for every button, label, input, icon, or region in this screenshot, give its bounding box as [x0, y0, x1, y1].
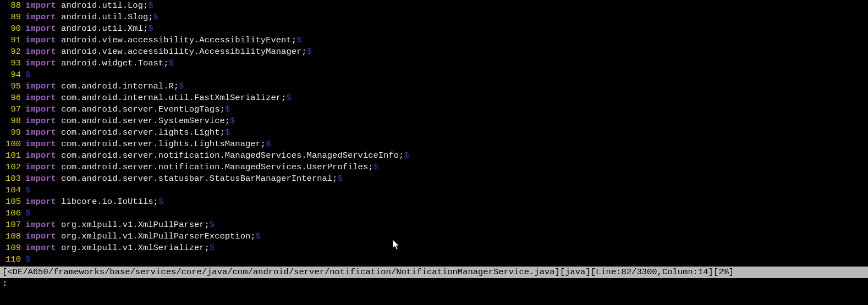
- eol-marker: $: [266, 139, 271, 149]
- code-line[interactable]: 99import com.android.server.lights.Light…: [0, 127, 868, 138]
- command-line[interactable]: :: [0, 278, 868, 290]
- code-content: import android.util.Log;$: [25, 0, 153, 12]
- code-content: import android.util.Slog;$: [25, 12, 158, 23]
- eol-marker: $: [404, 151, 409, 160]
- code-content: import com.android.server.notification.M…: [25, 162, 378, 173]
- line-number: 103: [0, 173, 25, 185]
- line-number: 92: [0, 46, 25, 58]
- code-content: import android.view.accessibility.Access…: [25, 46, 312, 58]
- keyword: import: [25, 162, 56, 172]
- line-number: 107: [0, 219, 25, 231]
- line-number: 94: [0, 69, 25, 81]
- identifier: com.android.internal.util.FastXmlSeriali…: [56, 93, 287, 103]
- line-number: 104: [0, 185, 25, 196]
- identifier: libcore.io.IoUtils;: [56, 197, 158, 207]
- line-number: 102: [0, 162, 25, 173]
- code-line[interactable]: 100import com.android.server.lights.Ligh…: [0, 138, 868, 150]
- code-line[interactable]: 96import com.android.internal.util.FastX…: [0, 92, 868, 104]
- eol-marker: $: [148, 24, 153, 34]
- code-line[interactable]: 89import android.util.Slog;$: [0, 12, 868, 23]
- identifier: android.view.accessibility.Accessibility…: [56, 35, 296, 45]
- eol-marker: $: [210, 220, 215, 230]
- code-content: import org.xmlpull.v1.XmlSerializer;$: [25, 242, 215, 254]
- code-content: import org.xmlpull.v1.XmlPullParserExcep…: [25, 231, 261, 242]
- eol-marker: $: [148, 1, 153, 10]
- eol-marker: $: [25, 70, 30, 80]
- code-line[interactable]: 90import android.util.Xml;$: [0, 23, 868, 35]
- eol-marker: $: [225, 127, 230, 137]
- code-line[interactable]: 103import com.android.server.statusbar.S…: [0, 173, 868, 185]
- identifier: android.util.Log;: [56, 1, 148, 10]
- eol-marker: $: [25, 254, 30, 264]
- code-line[interactable]: 97import com.android.server.EventLogTags…: [0, 104, 868, 115]
- keyword: import: [25, 35, 56, 45]
- line-number: 110: [0, 254, 25, 265]
- line-number: 95: [0, 81, 25, 92]
- identifier: com.android.server.lights.LightsManager;: [56, 139, 266, 149]
- code-content: $: [25, 69, 30, 81]
- eol-marker: $: [296, 35, 301, 45]
- code-line[interactable]: 110$: [0, 254, 868, 265]
- status-line: [<DE/A650/frameworks/base/services/core/…: [0, 267, 868, 278]
- code-line[interactable]: 101import com.android.server.notificatio…: [0, 150, 868, 162]
- code-line[interactable]: 94$: [0, 69, 868, 81]
- code-line[interactable]: 102import com.android.server.notificatio…: [0, 162, 868, 173]
- keyword: import: [25, 243, 56, 253]
- keyword: import: [25, 127, 56, 137]
- code-line[interactable]: 105import libcore.io.IoUtils;$: [0, 196, 868, 208]
- identifier: com.android.server.statusbar.StatusBarMa…: [56, 174, 338, 184]
- identifier: org.xmlpull.v1.XmlPullParserException;: [56, 231, 256, 241]
- identifier: com.android.internal.R;: [56, 81, 179, 91]
- line-number: 90: [0, 23, 25, 35]
- line-number: 108: [0, 231, 25, 242]
- keyword: import: [25, 116, 56, 126]
- code-content: $: [25, 208, 30, 219]
- code-line[interactable]: 104$: [0, 185, 868, 196]
- line-number: 97: [0, 104, 25, 115]
- keyword: import: [25, 174, 56, 184]
- line-number: 89: [0, 12, 25, 23]
- code-line[interactable]: 95import com.android.internal.R;$: [0, 81, 868, 92]
- eol-marker: $: [286, 93, 291, 103]
- code-content: import com.android.internal.util.FastXml…: [25, 92, 292, 104]
- code-line[interactable]: 93import android.widget.Toast;$: [0, 58, 868, 69]
- code-line[interactable]: 88import android.util.Log;$: [0, 0, 868, 12]
- code-line[interactable]: 108import org.xmlpull.v1.XmlPullParserEx…: [0, 231, 868, 242]
- eol-marker: $: [256, 231, 261, 241]
- code-content: import com.android.server.lights.LightsM…: [25, 138, 271, 150]
- eol-marker: $: [307, 47, 312, 57]
- line-number: 109: [0, 242, 25, 254]
- code-content: import com.android.server.lights.Light;$: [25, 127, 230, 138]
- keyword: import: [25, 197, 56, 207]
- code-line[interactable]: 106$: [0, 208, 868, 219]
- code-line[interactable]: 91import android.view.accessibility.Acce…: [0, 35, 868, 46]
- code-line[interactable]: 98import com.android.server.SystemServic…: [0, 115, 868, 127]
- identifier: org.xmlpull.v1.XmlPullParser;: [56, 220, 210, 230]
- eol-marker: $: [25, 208, 30, 218]
- code-content: import com.android.server.notification.M…: [25, 150, 409, 162]
- code-content: import com.android.server.EventLogTags;$: [25, 104, 230, 115]
- identifier: org.xmlpull.v1.XmlSerializer;: [56, 243, 210, 253]
- code-content: import android.view.accessibility.Access…: [25, 35, 301, 46]
- code-editor[interactable]: 88import android.util.Log;$89import andr…: [0, 0, 868, 265]
- code-line[interactable]: 107import org.xmlpull.v1.XmlPullParser;$: [0, 219, 868, 231]
- keyword: import: [25, 104, 56, 114]
- keyword: import: [25, 47, 56, 57]
- keyword: import: [25, 220, 56, 230]
- eol-marker: $: [168, 58, 173, 68]
- keyword: import: [25, 1, 56, 10]
- line-number: 91: [0, 35, 25, 46]
- code-content: import android.util.Xml;$: [25, 23, 153, 35]
- line-number: 96: [0, 92, 25, 104]
- code-line[interactable]: 92import android.view.accessibility.Acce…: [0, 46, 868, 58]
- keyword: import: [25, 12, 56, 22]
- identifier: com.android.server.EventLogTags;: [56, 104, 225, 114]
- identifier: android.util.Xml;: [56, 24, 148, 34]
- identifier: android.util.Slog;: [56, 12, 153, 22]
- code-content: import com.android.server.statusbar.Stat…: [25, 173, 343, 185]
- code-line[interactable]: 109import org.xmlpull.v1.XmlSerializer;$: [0, 242, 868, 254]
- identifier: com.android.server.SystemService;: [56, 116, 230, 126]
- eol-marker: $: [158, 197, 163, 207]
- keyword: import: [25, 93, 56, 103]
- line-number: 106: [0, 208, 25, 219]
